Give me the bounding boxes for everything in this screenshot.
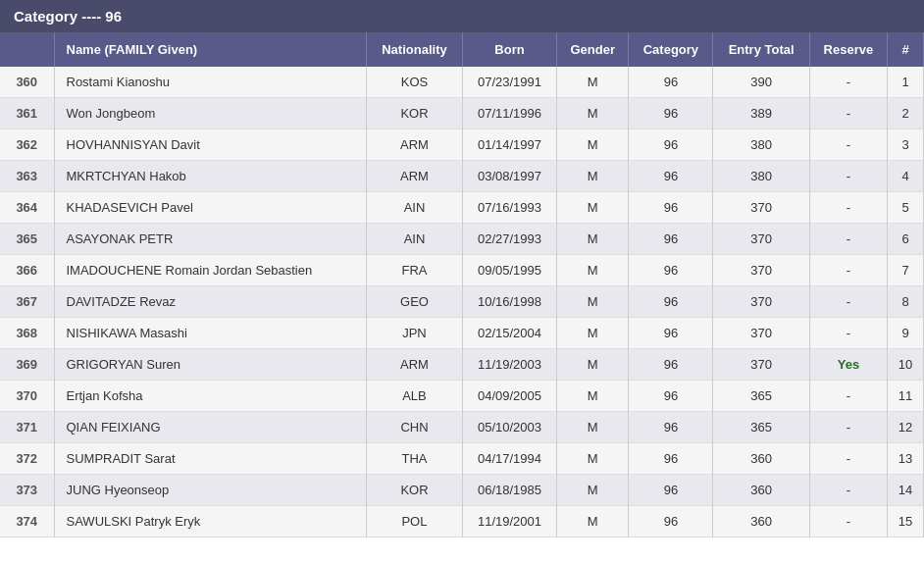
athlete-name: SUMPRADIT Sarat <box>54 443 367 475</box>
category: 96 <box>629 506 713 537</box>
rank: 10 <box>888 349 924 381</box>
row-num: 361 <box>0 98 54 129</box>
nationality: THA <box>367 443 463 475</box>
rank: 2 <box>888 98 924 129</box>
entry-total: 380 <box>713 129 809 161</box>
nationality: AIN <box>367 192 463 224</box>
category: 96 <box>629 318 713 349</box>
nationality: JPN <box>367 318 463 349</box>
entry-total: 370 <box>713 318 809 349</box>
row-num: 374 <box>0 506 54 537</box>
nationality: ARM <box>367 129 463 161</box>
table-row: 367DAVITADZE RevazGEO10/16/1998M96370-8 <box>0 286 924 318</box>
table-header: Name (FAMILY Given) Nationality Born Gen… <box>0 32 924 67</box>
entry-total: 360 <box>713 443 809 475</box>
table-row: 371QIAN FEIXIANGCHN05/10/2003M96365-12 <box>0 412 924 443</box>
col-header-gender: Gender <box>557 32 629 67</box>
gender: M <box>557 475 629 506</box>
category: 96 <box>629 224 713 255</box>
reserve: Yes <box>809 349 887 381</box>
reserve: - <box>809 286 887 318</box>
born-date: 01/14/1997 <box>462 129 556 161</box>
athlete-name: Ertjan Kofsha <box>54 381 367 412</box>
rank: 13 <box>888 443 924 475</box>
nationality: CHN <box>367 412 463 443</box>
entry-total: 365 <box>713 381 809 412</box>
table-row: 361Won JongbeomKOR07/11/1996M96389-2 <box>0 98 924 129</box>
row-num: 360 <box>0 67 54 98</box>
athlete-name: NISHIKAWA Masashi <box>54 318 367 349</box>
reserve: - <box>809 475 887 506</box>
rank: 9 <box>888 318 924 349</box>
col-header-category: Category <box>629 32 713 67</box>
reserve: - <box>809 192 887 224</box>
gender: M <box>557 506 629 537</box>
athlete-name: Rostami Kianoshu <box>54 67 367 98</box>
col-header-reserve: Reserve <box>809 32 887 67</box>
born-date: 10/16/1998 <box>462 286 556 318</box>
entry-total: 380 <box>713 161 809 192</box>
category: 96 <box>629 381 713 412</box>
table-row: 362HOVHANNISYAN DavitARM01/14/1997M96380… <box>0 129 924 161</box>
row-num: 363 <box>0 161 54 192</box>
category: 96 <box>629 412 713 443</box>
rank: 7 <box>888 255 924 286</box>
category: 96 <box>629 286 713 318</box>
born-date: 03/08/1997 <box>462 161 556 192</box>
gender: M <box>557 192 629 224</box>
nationality: POL <box>367 506 463 537</box>
gender: M <box>557 381 629 412</box>
reserve: - <box>809 255 887 286</box>
row-num: 368 <box>0 318 54 349</box>
row-num: 370 <box>0 381 54 412</box>
reserve: - <box>809 67 887 98</box>
category: 96 <box>629 129 713 161</box>
athlete-name: IMADOUCHENE Romain Jordan Sebastien <box>54 255 367 286</box>
entry-total: 390 <box>713 67 809 98</box>
rank: 15 <box>888 506 924 537</box>
category: 96 <box>629 98 713 129</box>
table-body: 360Rostami KianoshuKOS07/23/1991M96390-1… <box>0 67 924 537</box>
col-header-name: Name (FAMILY Given) <box>54 32 367 67</box>
rank: 3 <box>888 129 924 161</box>
row-num: 371 <box>0 412 54 443</box>
nationality: KOR <box>367 475 463 506</box>
nationality: ARM <box>367 349 463 381</box>
entry-total: 365 <box>713 412 809 443</box>
category: 96 <box>629 192 713 224</box>
born-date: 06/18/1985 <box>462 475 556 506</box>
nationality: FRA <box>367 255 463 286</box>
table-row: 364KHADASEVICH PavelAIN07/16/1993M96370-… <box>0 192 924 224</box>
page-wrapper: Category ---- 96 Name (FAMILY Given) Nat… <box>0 0 924 537</box>
category-header: Category ---- 96 <box>0 0 924 32</box>
gender: M <box>557 443 629 475</box>
table-row: 365ASAYONAK PETRAIN02/27/1993M96370-6 <box>0 224 924 255</box>
col-header-born: Born <box>462 32 556 67</box>
athlete-name: SAWULSKI Patryk Eryk <box>54 506 367 537</box>
gender: M <box>557 129 629 161</box>
rank: 6 <box>888 224 924 255</box>
reserve: - <box>809 129 887 161</box>
born-date: 02/15/2004 <box>462 318 556 349</box>
reserve: - <box>809 318 887 349</box>
col-header-rownum <box>0 32 54 67</box>
athlete-name: DAVITADZE Revaz <box>54 286 367 318</box>
gender: M <box>557 255 629 286</box>
table-row: 373JUNG HyeonseopKOR06/18/1985M96360-14 <box>0 475 924 506</box>
reserve: - <box>809 224 887 255</box>
table-row: 370Ertjan KofshaALB04/09/2005M96365-11 <box>0 381 924 412</box>
row-num: 365 <box>0 224 54 255</box>
gender: M <box>557 412 629 443</box>
athlete-name: KHADASEVICH Pavel <box>54 192 367 224</box>
table-row: 369GRIGORYAN SurenARM11/19/2003M96370Yes… <box>0 349 924 381</box>
rank: 1 <box>888 67 924 98</box>
category: 96 <box>629 443 713 475</box>
row-num: 367 <box>0 286 54 318</box>
athlete-name: GRIGORYAN Suren <box>54 349 367 381</box>
rank: 14 <box>888 475 924 506</box>
row-num: 362 <box>0 129 54 161</box>
col-header-rank: # <box>888 32 924 67</box>
entry-total: 389 <box>713 98 809 129</box>
entry-total: 370 <box>713 224 809 255</box>
reserve: - <box>809 98 887 129</box>
